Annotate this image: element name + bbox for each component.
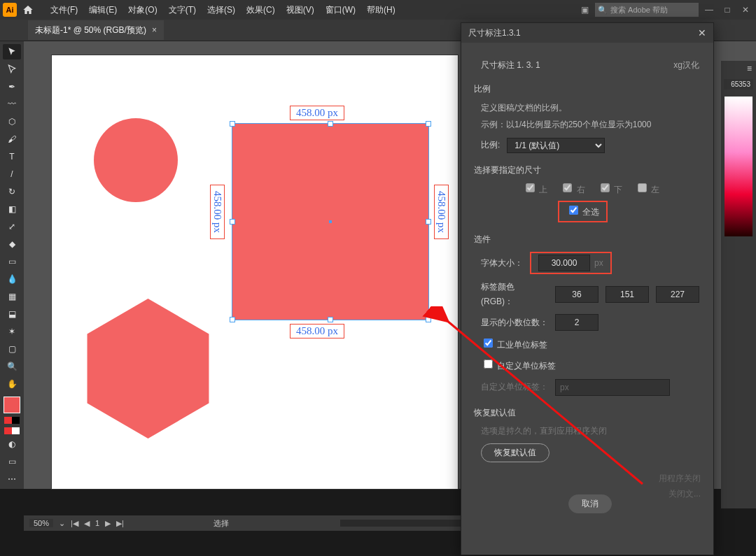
blend-tool[interactable]: ⬓ xyxy=(3,306,21,322)
color-g-input[interactable] xyxy=(606,286,649,303)
horizontal-scrollbar[interactable] xyxy=(340,520,466,527)
color-spectrum[interactable] xyxy=(724,97,752,236)
cb-right[interactable]: 右 xyxy=(560,181,584,197)
screen-mode-tool[interactable]: ◐ xyxy=(3,436,21,452)
custom-label: 自定义单位标签： xyxy=(481,380,548,394)
symbol-sprayer-tool[interactable]: ✶ xyxy=(3,324,21,339)
gradient-tool[interactable]: ▦ xyxy=(3,289,21,304)
cb-all[interactable]: 全选 xyxy=(566,204,599,219)
fontsize-highlight: px xyxy=(530,252,612,274)
nav-next-icon[interactable]: ▶ xyxy=(105,519,111,528)
search-placeholder: 搜索 Adobe 帮助 xyxy=(610,5,668,15)
dialog-close-icon[interactable]: ✕ xyxy=(698,27,706,38)
curvature-tool[interactable]: 〰 xyxy=(3,97,21,112)
default-colors[interactable] xyxy=(4,427,20,434)
dim-label-right: 458.00 px xyxy=(434,185,449,239)
cb-industrial[interactable]: 工业单位标签 xyxy=(481,336,547,352)
scale-select[interactable]: 1/1 (默认值) xyxy=(507,138,605,153)
scale-desc-1: 定义图稿/文档的比例。 xyxy=(481,101,699,115)
dim-label-bottom: 458.00 px xyxy=(290,324,344,338)
right-dock: ≡ 65353 xyxy=(721,61,756,508)
nav-first-icon[interactable]: |◀ xyxy=(71,519,78,528)
reset-button[interactable]: 恢复默认值 xyxy=(481,443,550,462)
menu-help[interactable]: 帮助(H) xyxy=(361,0,401,20)
menu-edit[interactable]: 编辑(E) xyxy=(83,0,122,20)
arrange-docs-icon[interactable]: ▣ xyxy=(577,3,592,17)
scale-tool[interactable]: ⤢ xyxy=(3,219,21,234)
cb-top[interactable]: 上 xyxy=(523,181,547,197)
zoom-tool[interactable]: 🔍 xyxy=(3,359,21,374)
custom-unit-input xyxy=(555,379,670,396)
cb-bottom[interactable]: 下 xyxy=(598,181,622,197)
window-maximize-icon[interactable]: □ xyxy=(720,3,735,17)
type-tool[interactable]: T xyxy=(3,149,21,164)
dock-menu-icon[interactable]: ≡ xyxy=(721,61,756,76)
menu-type[interactable]: 文字(T) xyxy=(163,0,202,20)
nav-prev-icon[interactable]: ◀ xyxy=(84,519,90,528)
page-number: 1 xyxy=(95,519,99,527)
app-logo: Ai xyxy=(3,3,17,17)
eraser-tool[interactable]: ◧ xyxy=(3,201,21,217)
pen-tool[interactable]: ✒ xyxy=(3,79,21,94)
shape-circle[interactable] xyxy=(94,118,178,202)
cancel-button[interactable]: 取消 xyxy=(568,494,612,513)
tab-title: 未标题-1* @ 50% (RGB/预览) xyxy=(35,24,146,36)
scale-desc-2: 示例：以1/4比例显示的250个单位显示为1000 xyxy=(481,117,699,131)
status-mode: 选择 xyxy=(214,518,229,529)
fill-swatch[interactable] xyxy=(4,397,20,413)
section-options-header: 选件 xyxy=(474,232,699,246)
zoom-level[interactable]: 50% xyxy=(29,519,53,527)
cb-left[interactable]: 左 xyxy=(635,181,659,197)
decimals-input[interactable] xyxy=(555,314,598,331)
status-bar: 50% ⌄ |◀ ◀ 1 ▶ ▶| 选择 xyxy=(24,515,472,531)
background-text-1: 用程序关闭 xyxy=(659,473,701,485)
tool-column: ✒ 〰 ⬡ 🖌 T / ↻ ◧ ⤢ ◆ ▭ 💧 ▦ ⬓ ✶ ▢ 🔍 ✋ ◐ ▭ … xyxy=(0,41,24,489)
search-input[interactable]: 🔍 搜索 Adobe 帮助 xyxy=(595,3,699,17)
color-mode-swatch[interactable] xyxy=(4,417,20,424)
shape-hexagon[interactable] xyxy=(87,299,209,439)
brush-tool[interactable]: 🖌 xyxy=(3,131,21,147)
menu-select[interactable]: 选择(S) xyxy=(202,0,241,20)
menu-view[interactable]: 视图(V) xyxy=(281,0,320,20)
dim-label-top: 458.00 px xyxy=(290,106,344,120)
document-tab[interactable]: 未标题-1* @ 50% (RGB/预览) × xyxy=(28,20,164,40)
dialog-brand: xg汉化 xyxy=(673,58,699,72)
hand-tool[interactable]: ✋ xyxy=(3,376,21,392)
artboard-tool[interactable]: ▢ xyxy=(3,341,21,357)
menu-effect[interactable]: 效果(C) xyxy=(241,0,281,20)
width-tool[interactable]: ◆ xyxy=(3,236,21,252)
window-close-icon[interactable]: ✕ xyxy=(738,3,753,17)
cb-custom[interactable]: 自定义单位标签 xyxy=(481,357,556,373)
direct-selection-tool[interactable] xyxy=(3,62,21,77)
rotate-tool[interactable]: ↻ xyxy=(3,184,21,199)
dialog-title: 尺寸标注1.3.1 xyxy=(468,27,521,39)
menu-window[interactable]: 窗口(W) xyxy=(320,0,361,20)
color-value-field[interactable]: 65353 xyxy=(724,79,753,90)
cb-all-highlight: 全选 xyxy=(558,201,608,222)
line-tool[interactable]: / xyxy=(3,166,21,182)
shape-square-selected[interactable] xyxy=(232,124,428,320)
scale-label: 比例: xyxy=(481,138,500,152)
shape-builder-tool[interactable]: ▭ xyxy=(3,254,21,269)
menu-object[interactable]: 对象(O) xyxy=(122,0,162,20)
home-icon[interactable] xyxy=(21,3,35,17)
eyedropper-tool[interactable]: 💧 xyxy=(3,271,21,287)
selection-tool[interactable] xyxy=(3,44,21,59)
window-minimize-icon[interactable]: — xyxy=(701,3,717,17)
dim-label-left: 458.00 px xyxy=(210,185,225,239)
reset-note: 选项是持久的，直到应用程序关闭 xyxy=(481,424,699,438)
color-r-input[interactable] xyxy=(555,286,598,303)
edit-toolbar[interactable]: ⋯ xyxy=(3,471,21,487)
change-screen-tool[interactable]: ▭ xyxy=(3,454,21,469)
menu-file[interactable]: 文件(F) xyxy=(45,0,83,20)
shape-tool[interactable]: ⬡ xyxy=(3,114,21,129)
tab-close-icon[interactable]: × xyxy=(152,25,157,35)
fontsize-input[interactable] xyxy=(538,255,590,271)
color-b-input[interactable] xyxy=(656,286,699,303)
zoom-dropdown-icon[interactable]: ⌄ xyxy=(59,519,65,528)
color-label: 标签颜色 (RGB)： xyxy=(481,280,548,308)
dialog-titlebar[interactable]: 尺寸标注1.3.1 ✕ xyxy=(461,23,713,43)
dialog-subtitle: 尺寸标注 1. 3. 1 xyxy=(481,58,540,72)
nav-last-icon[interactable]: ▶| xyxy=(116,519,124,528)
svg-marker-0 xyxy=(88,299,209,439)
